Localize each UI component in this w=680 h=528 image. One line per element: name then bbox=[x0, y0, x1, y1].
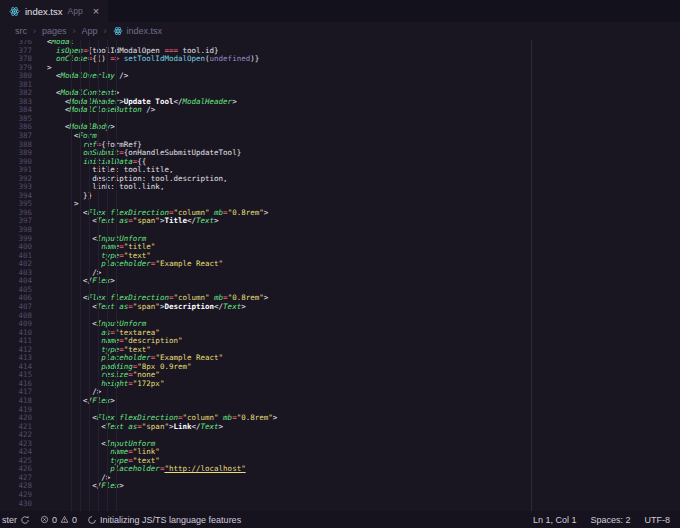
tab-dir-hint: App bbox=[68, 6, 83, 16]
code-line[interactable]: 393 link: tool.link, bbox=[0, 183, 680, 192]
sync-icon[interactable] bbox=[20, 515, 30, 525]
indent-guide bbox=[107, 40, 108, 511]
code-text: <Text as="span">Link</Text> bbox=[47, 423, 223, 432]
warning-icon bbox=[60, 515, 69, 524]
indent-guide bbox=[116, 40, 117, 511]
code-text: </Flex> bbox=[47, 482, 124, 491]
code-line[interactable]: 416 height="172px" bbox=[0, 380, 680, 389]
breadcrumb-separator: › bbox=[73, 26, 76, 36]
ts-status-label: Initializing JS/TS language features bbox=[100, 515, 241, 525]
tab-bar: index.tsx App × bbox=[0, 0, 680, 22]
code-line[interactable]: 404 </Flex> bbox=[0, 277, 680, 286]
indent-guide bbox=[71, 40, 72, 511]
breadcrumb-separator: › bbox=[104, 26, 107, 36]
tab-title: index.tsx bbox=[25, 6, 63, 17]
code-line[interactable]: 380 <ModalOverlay /> bbox=[0, 72, 680, 81]
problems-indicator[interactable]: 0 0 bbox=[40, 515, 77, 525]
branch-label: ster bbox=[2, 515, 17, 525]
tab-close-icon[interactable]: × bbox=[93, 6, 99, 17]
status-bar: ster 0 0 Initia bbox=[0, 511, 680, 528]
status-spaces[interactable]: Spaces: 2 bbox=[590, 515, 630, 525]
code-line[interactable]: 384 <ModalCloseButton /> bbox=[0, 106, 680, 115]
ts-status[interactable]: Initializing JS/TS language features bbox=[87, 515, 241, 525]
breadcrumb-item-app[interactable]: App bbox=[82, 26, 98, 36]
code-lines: 376<Modal377 isOpen={toolIdModalOpen ===… bbox=[0, 40, 680, 508]
breadcrumb-item-file[interactable]: index.tsx bbox=[113, 26, 163, 36]
status-encoding[interactable]: UTF-8 bbox=[645, 515, 671, 525]
breadcrumb: src › pages › App › index.tsx bbox=[0, 22, 680, 40]
breadcrumb-file-label: index.tsx bbox=[127, 26, 163, 36]
editor[interactable]: 376<Modal377 isOpen={toolIdModalOpen ===… bbox=[0, 40, 680, 511]
code-line[interactable]: 429 bbox=[0, 491, 680, 500]
branch-indicator[interactable]: ster bbox=[2, 515, 30, 525]
indent-guide bbox=[89, 40, 90, 511]
code-line[interactable]: 418 </Flex> bbox=[0, 397, 680, 406]
breadcrumb-item-src[interactable]: src bbox=[15, 26, 27, 36]
code-text: <Text as="span">Title</Text> bbox=[47, 217, 219, 226]
react-icon bbox=[9, 6, 20, 17]
breadcrumb-separator: › bbox=[33, 26, 36, 36]
code-line[interactable]: 421 <Text as="span">Link</Text> bbox=[0, 423, 680, 432]
code-line[interactable]: 402 placeholder="Example React" bbox=[0, 260, 680, 269]
ruler-line bbox=[531, 40, 532, 511]
code-line[interactable]: 407 <Text as="span">Description</Text> bbox=[0, 303, 680, 312]
status-right-group: Ln 1, Col 1 Spaces: 2 UTF-8 bbox=[533, 515, 670, 525]
react-icon bbox=[113, 26, 123, 36]
code-text: <Text as="span">Description</Text> bbox=[47, 303, 246, 312]
tab-index-tsx[interactable]: index.tsx App × bbox=[0, 0, 109, 22]
vscode-window: { "colors": { "editor_bg": "#191622", "t… bbox=[0, 0, 680, 528]
code-line[interactable]: 397 <Text as="span">Title</Text> bbox=[0, 217, 680, 226]
code-line[interactable]: 378 onClose={() => setToolIdModalOpen(un… bbox=[0, 55, 680, 64]
breadcrumb-item-pages[interactable]: pages bbox=[42, 26, 67, 36]
indent-guide bbox=[80, 40, 81, 511]
code-text: onClose={() => setToolIdModalOpen(undefi… bbox=[47, 55, 259, 64]
code-line[interactable]: 394 }} bbox=[0, 192, 680, 201]
code-line[interactable]: 430 bbox=[0, 500, 680, 509]
code-text: <ModalCloseButton /> bbox=[47, 106, 155, 115]
indent-guide bbox=[98, 40, 99, 511]
spinner-icon bbox=[87, 515, 97, 525]
error-count: 0 bbox=[52, 515, 57, 525]
error-icon bbox=[40, 515, 49, 524]
line-number[interactable]: 430 bbox=[0, 500, 47, 509]
code-line[interactable]: 386 <ModalBody> bbox=[0, 123, 680, 132]
warning-count: 0 bbox=[72, 515, 77, 525]
status-ln-col[interactable]: Ln 1, Col 1 bbox=[533, 515, 577, 525]
code-line[interactable]: 428 </Flex> bbox=[0, 482, 680, 491]
